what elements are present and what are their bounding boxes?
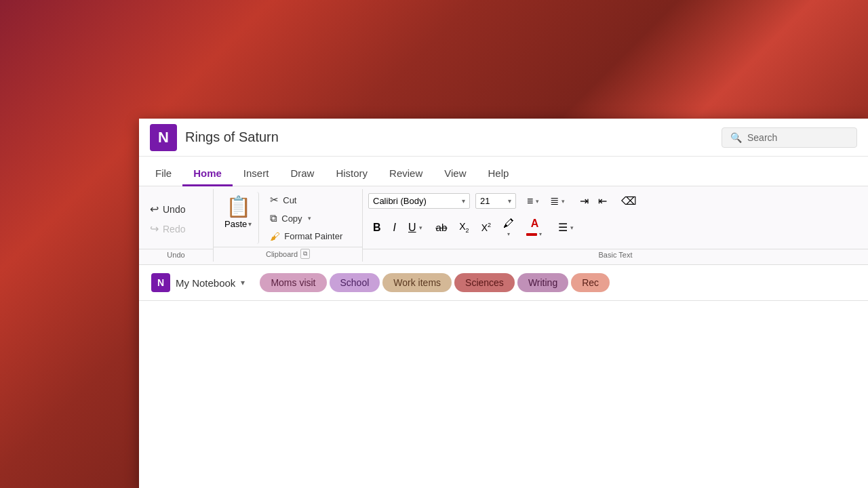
- undo-group-label: Undo: [167, 251, 184, 259]
- clipboard-right: ✂ Cut ⧉ Copy ▾ 🖌 Format Painter: [266, 192, 347, 244]
- clear-format-button[interactable]: ⌫: [616, 192, 642, 209]
- clipboard-group: 📋 Paste ▾ ✂ Cut ⧉ Copy ▾: [214, 189, 363, 262]
- bullet-list-button[interactable]: ≡ ▾: [523, 192, 545, 210]
- underline-icon: U: [408, 222, 416, 234]
- tab-draw[interactable]: Draw: [279, 162, 325, 186]
- format-painter-icon: 🖌: [270, 230, 280, 242]
- font-name-value: Calibri (Body): [373, 196, 459, 206]
- font-color-icon: A: [531, 218, 539, 230]
- redo-button[interactable]: ↪ Redo: [144, 220, 191, 238]
- clipboard-expand-button[interactable]: ⧉: [300, 249, 310, 259]
- bold-icon: B: [373, 222, 381, 234]
- notebook-name: My Notebook: [176, 277, 235, 289]
- tab-file[interactable]: File: [144, 162, 182, 186]
- copy-button[interactable]: ⧉ Copy ▾: [266, 210, 347, 226]
- cut-label: Cut: [283, 195, 296, 205]
- onenote-window: N Rings of Saturn 🔍 Search File Home Ins…: [139, 119, 868, 488]
- font-color-dropdown-arrow: ▾: [538, 231, 543, 237]
- decrease-indent-icon: ⇤: [598, 195, 607, 207]
- strikethrough-icon: ab: [436, 222, 448, 233]
- section-tab-writing[interactable]: Writing: [517, 273, 568, 292]
- format-painter-label: Format Painter: [284, 231, 342, 241]
- highlight-icon: 🖍: [503, 218, 514, 230]
- tab-help[interactable]: Help: [477, 162, 520, 186]
- clipboard-group-label: Clipboard: [266, 250, 298, 258]
- paste-label: Paste: [224, 219, 247, 229]
- subscript-icon: X2: [459, 221, 469, 234]
- basic-text-group: Calibri (Body) ▾ 21 ▾ ≡ ▾: [363, 189, 868, 262]
- search-box[interactable]: 🔍 Search: [722, 127, 857, 148]
- font-size-dropdown-arrow: ▾: [508, 197, 511, 205]
- subscript-button[interactable]: X2: [454, 219, 473, 236]
- font-name-select[interactable]: Calibri (Body) ▾: [368, 193, 470, 209]
- tab-history[interactable]: History: [325, 162, 378, 186]
- search-icon: 🔍: [730, 132, 742, 143]
- font-name-dropdown-arrow: ▾: [462, 197, 465, 205]
- format-painter-button[interactable]: 🖌 Format Painter: [266, 228, 347, 244]
- section-tab-sciences[interactable]: Sciences: [454, 273, 515, 292]
- section-tab-rec[interactable]: Rec: [571, 273, 610, 292]
- cut-icon: ✂: [270, 194, 279, 206]
- basic-text-group-label: Basic Text: [599, 251, 633, 259]
- numbered-list-icon: ≣: [550, 195, 559, 207]
- strikethrough-button[interactable]: ab: [431, 220, 452, 235]
- font-color-indicator: [526, 233, 537, 236]
- paste-icon: 📋: [226, 195, 251, 219]
- cut-button[interactable]: ✂ Cut: [266, 192, 347, 208]
- bullet-list-arrow: ▾: [534, 198, 540, 205]
- tab-view[interactable]: View: [433, 162, 477, 186]
- search-label: Search: [747, 132, 777, 143]
- section-tab-school[interactable]: School: [330, 273, 380, 292]
- decrease-indent-button[interactable]: ⇤: [594, 192, 611, 210]
- paste-dropdown-arrow: ▾: [248, 220, 252, 228]
- highlight-color-button[interactable]: 🖍 ▾: [498, 216, 519, 239]
- font-size-value: 21: [480, 196, 505, 206]
- ribbon-tabs: File Home Insert Draw History Review Vie…: [139, 157, 868, 186]
- superscript-button[interactable]: X2: [477, 220, 496, 235]
- redo-icon: ↪: [150, 222, 159, 235]
- undo-button[interactable]: ↩ Undo: [144, 200, 191, 218]
- paste-button[interactable]: 📋 Paste ▾: [218, 192, 259, 244]
- superscript-icon: X2: [481, 222, 491, 233]
- title-bar: N Rings of Saturn 🔍 Search: [139, 119, 868, 157]
- ribbon: ↩ Undo ↪ Redo Undo 📋 Paste: [139, 186, 868, 265]
- font-size-select[interactable]: 21 ▾: [475, 193, 516, 209]
- tab-review[interactable]: Review: [378, 162, 433, 186]
- tab-insert[interactable]: Insert: [233, 162, 280, 186]
- redo-label: Redo: [163, 224, 185, 235]
- increase-indent-icon: ⇥: [580, 195, 589, 207]
- highlight-dropdown-arrow: ▾: [506, 231, 511, 237]
- section-tab-moms-visit[interactable]: Moms visit: [260, 273, 326, 292]
- section-tab-work-items[interactable]: Work items: [382, 273, 452, 292]
- clear-format-icon: ⌫: [621, 195, 637, 207]
- numbered-list-button[interactable]: ≣ ▾: [546, 192, 570, 210]
- alignment-icon: ☰: [558, 221, 568, 234]
- copy-icon: ⧉: [270, 212, 277, 224]
- bold-button[interactable]: B: [368, 220, 386, 236]
- notebook-dropdown-arrow: ▾: [241, 278, 245, 287]
- undo-label: Undo: [163, 204, 185, 215]
- undo-group: ↩ Undo ↪ Redo Undo: [139, 189, 214, 262]
- window-title: Rings of Saturn: [185, 129, 722, 145]
- increase-indent-button[interactable]: ⇥: [576, 192, 593, 210]
- copy-label: Copy: [281, 214, 302, 224]
- content-area[interactable]: [139, 301, 868, 488]
- font-color-button[interactable]: A ▾: [521, 216, 548, 239]
- numbered-list-arrow: ▾: [560, 198, 566, 205]
- alignment-button[interactable]: ☰ ▾: [553, 219, 580, 236]
- alignment-dropdown-arrow: ▾: [569, 224, 575, 231]
- onenote-logo: N: [150, 124, 177, 151]
- underline-dropdown-arrow: ▾: [418, 224, 424, 231]
- notebook-icon: N: [151, 273, 170, 292]
- italic-button[interactable]: I: [389, 220, 401, 236]
- italic-icon: I: [393, 222, 396, 234]
- copy-dropdown-arrow: ▾: [307, 215, 313, 222]
- tab-home[interactable]: Home: [182, 162, 233, 186]
- notebook-selector[interactable]: N My Notebook ▾: [144, 269, 252, 296]
- undo-icon: ↩: [150, 203, 159, 216]
- underline-button[interactable]: U ▾: [403, 220, 429, 236]
- notebook-bar: N My Notebook ▾ Moms visit School Work i…: [139, 265, 868, 301]
- bullet-list-icon: ≡: [527, 195, 533, 207]
